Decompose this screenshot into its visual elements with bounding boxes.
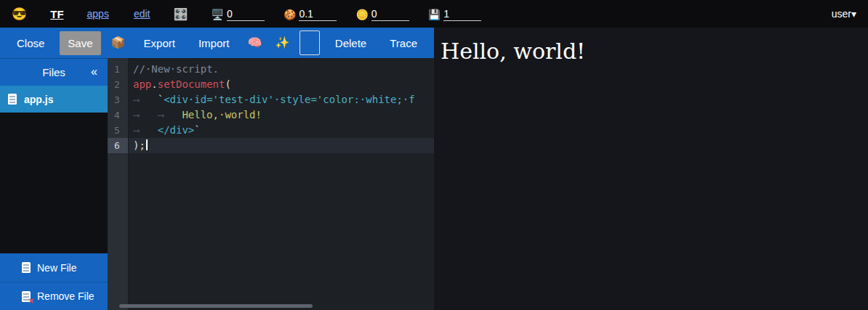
remove-file-icon (22, 291, 31, 302)
code-line: ); (129, 138, 434, 153)
delete-button[interactable]: Delete (327, 31, 374, 55)
file-icon (8, 94, 17, 105)
blank-button[interactable] (300, 30, 320, 55)
collapse-sidebar-button[interactable]: « (91, 65, 97, 78)
code-token: setDocument (158, 78, 225, 90)
topbar: 😎 TF appsedit 🎛️ 🖥️0🍪0.1🪙0💾1 user▾ (0, 0, 868, 28)
line-number: 1 (108, 62, 128, 77)
stat-monitor: 🖥️0 (211, 7, 264, 21)
code-line: //·New·script. (129, 62, 434, 77)
topbar-stats: 🖥️0🍪0.1🪙0💾1 (211, 7, 481, 21)
editor-gutter: 123456 (108, 58, 129, 310)
editor-panel: CloseSave📦ExportImport🧠✨DeleteTrace File… (0, 28, 434, 310)
user-menu[interactable]: user▾ (832, 8, 856, 20)
code-token: </div> (158, 124, 195, 136)
editor-lines[interactable]: //·New·script.app.setDocument(⟶`<div·id=… (129, 58, 434, 310)
topbar-nav: appsedit (87, 8, 150, 20)
control-knobs-icon[interactable]: 🎛️ (173, 7, 188, 21)
sidebar-empty-space (0, 113, 108, 253)
code-line: ⟶</div>` (129, 123, 434, 138)
toolbar: CloseSave📦ExportImport🧠✨DeleteTrace (0, 28, 434, 58)
code-token: <div·id='test-div'·style='color:·white;·… (164, 94, 415, 105)
text-cursor (146, 139, 148, 150)
code-line: ⟶`<div·id='test-div'·style='color:·white… (129, 92, 434, 107)
trace-button[interactable]: Trace (382, 31, 425, 55)
preview-output-text: Hello, world! (441, 39, 861, 65)
close-button[interactable]: Close (9, 31, 52, 55)
code-token: . (151, 78, 157, 90)
content: CloseSave📦ExportImport🧠✨DeleteTrace File… (0, 28, 868, 310)
stat-coin: 🪙0 (355, 7, 409, 21)
app-logo-emoji[interactable]: 😎 (12, 8, 27, 20)
code-editor[interactable]: 123456 //·New·script.app.setDocument(⟶`<… (108, 58, 434, 310)
stat-cookie-value[interactable]: 0.1 (299, 7, 337, 21)
file-list: app.js (0, 86, 108, 113)
code-line: app.setDocument( (129, 77, 434, 92)
remove-file-button[interactable]: Remove File (0, 282, 108, 310)
sparkles-button[interactable]: ✨ (272, 30, 292, 55)
file-name: app.js (24, 94, 53, 105)
import-button[interactable]: Import (190, 31, 238, 55)
monitor-icon: 🖥️ (211, 9, 223, 21)
file-item-app.js[interactable]: app.js (0, 86, 108, 113)
nav-link-edit[interactable]: edit (134, 8, 150, 20)
editor-hscrollbar-thumb[interactable] (119, 304, 313, 308)
code-token: ); (133, 139, 145, 151)
code-token: Hello,·world! (182, 109, 262, 121)
action-label: Remove File (37, 290, 95, 302)
code-token: ` (194, 124, 200, 136)
brand-link[interactable]: TF (50, 8, 63, 20)
code-token: //·New·script. (133, 63, 219, 75)
brain-button[interactable]: 🧠 (244, 30, 265, 55)
nav-link-apps[interactable]: apps (87, 8, 109, 20)
coin-icon: 🪙 (355, 9, 368, 21)
code-token: ⟶ (158, 107, 182, 123)
cookie-icon: 🍪 (284, 9, 296, 21)
app-root: 😎 TF appsedit 🎛️ 🖥️0🍪0.1🪙0💾1 user▾ Close… (0, 0, 868, 310)
new-file-button[interactable]: New File (0, 253, 108, 282)
files-header: Files « (0, 58, 108, 86)
save-button[interactable]: Save (60, 31, 100, 55)
package-button[interactable]: 📦 (108, 30, 129, 55)
stat-coin-value[interactable]: 0 (371, 7, 409, 21)
workspace: Files « app.js New FileRemove File 12345… (0, 58, 434, 310)
code-token: ( (225, 78, 230, 90)
file-actions: New FileRemove File (0, 253, 108, 310)
code-token: ⟶ (133, 107, 158, 123)
line-number: 3 (108, 92, 128, 107)
floppy-icon: 💾 (428, 9, 441, 21)
preview-pane: Hello, world! (434, 28, 868, 310)
code-token: app (133, 78, 151, 90)
line-number: 6 (108, 138, 128, 153)
stat-cookie: 🍪0.1 (284, 7, 337, 21)
new-file-icon (22, 262, 31, 273)
stat-floppy: 💾1 (428, 7, 481, 21)
files-title: Files (42, 66, 65, 78)
code-token: ` (158, 94, 164, 105)
line-number: 4 (108, 107, 128, 123)
code-line: ⟶⟶Hello,·world! (129, 107, 434, 123)
action-label: New File (37, 262, 76, 274)
files-sidebar: Files « app.js New FileRemove File (0, 58, 108, 310)
export-button[interactable]: Export (136, 31, 183, 55)
line-number: 5 (108, 123, 128, 138)
line-number: 2 (108, 77, 128, 92)
code-token: ⟶ (133, 92, 158, 107)
stat-monitor-value[interactable]: 0 (227, 7, 265, 21)
code-token: ⟶ (133, 123, 158, 138)
stat-floppy-value[interactable]: 1 (443, 7, 481, 21)
